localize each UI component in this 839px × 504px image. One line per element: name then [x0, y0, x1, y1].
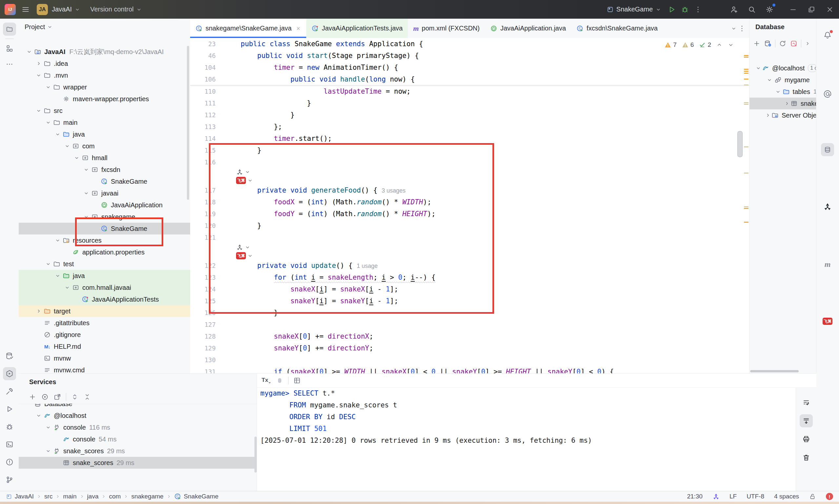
filter-services-icon[interactable] — [41, 393, 49, 401]
soft-wrap-button[interactable] — [800, 396, 813, 409]
database-hscrollbar[interactable] — [750, 370, 799, 372]
collapse-all-icon[interactable] — [83, 393, 91, 401]
chevron-down-icon[interactable] — [82, 214, 90, 220]
indent-setting[interactable]: 4 spaces — [774, 493, 799, 500]
chevron-down-icon[interactable] — [244, 244, 251, 250]
stripe-mark[interactable] — [744, 173, 749, 174]
console-toggle-icon[interactable] — [276, 377, 284, 384]
project-tree-item[interactable]: CSnakeGame — [19, 223, 190, 234]
feisuan-plugin-button[interactable]: 飞算 — [821, 315, 834, 328]
chevron-right-icon[interactable] — [34, 308, 43, 314]
more-toolbar-icon[interactable] — [805, 41, 810, 47]
tool-run-button[interactable] — [3, 402, 16, 416]
code-line-120[interactable]: 120 } — [190, 220, 749, 232]
code-line-112[interactable]: 112 } — [190, 109, 749, 121]
print-button[interactable] — [800, 433, 813, 446]
notifications-button[interactable] — [821, 29, 834, 41]
database-tree-item[interactable]: snake_scores — [750, 97, 817, 109]
chevron-down-icon[interactable] — [774, 89, 782, 95]
services-tree-item[interactable]: @localhost — [19, 410, 257, 421]
project-tree-item[interactable]: .gitattributes — [19, 317, 190, 329]
services-tree-item[interactable]: console116 ms — [19, 421, 257, 433]
chevron-down-icon[interactable] — [44, 448, 52, 454]
code-line-127[interactable]: 127 — [190, 319, 749, 330]
chevron-down-icon[interactable] — [34, 108, 43, 114]
line-separator[interactable]: LF — [730, 493, 737, 500]
editor-tab-3[interactable]: JavaAiApplication.java — [485, 19, 571, 38]
code-line-106[interactable]: 106 public void handle(long now) { — [190, 73, 749, 85]
tab-list-chevron-icon[interactable] — [731, 25, 737, 32]
ai-plugin-icon[interactable] — [236, 244, 243, 251]
chevron-down-icon[interactable] — [247, 178, 253, 183]
project-tree-item[interactable]: javaai — [19, 187, 190, 199]
chevron-down-icon[interactable] — [247, 253, 253, 259]
project-tree-item[interactable]: java — [19, 128, 190, 140]
prev-problem-icon[interactable] — [716, 41, 723, 48]
project-scrollbar[interactable] — [187, 46, 189, 200]
error-notification-badge[interactable]: ! — [826, 493, 833, 500]
scroll-to-end-button[interactable] — [800, 414, 813, 427]
tool-build-button[interactable] — [3, 385, 16, 398]
project-tree-item[interactable]: application.properties — [19, 246, 190, 258]
project-tree-item[interactable]: wrapper — [19, 81, 190, 93]
open-in-new-tab-icon[interactable] — [53, 393, 61, 401]
window-minimize-button[interactable] — [784, 0, 802, 19]
code-line-124[interactable]: 124 snakeX[i] = snakeX[i - 1]; — [190, 283, 749, 295]
lingma-plugin-button[interactable] — [821, 200, 834, 213]
breadcrumb-item[interactable]: snakegame — [131, 493, 163, 500]
chevron-down-icon[interactable] — [34, 413, 43, 418]
project-tree-item[interactable]: maven-wrapper.properties — [19, 93, 190, 105]
project-tree-item[interactable]: CSnakeGame — [19, 176, 190, 187]
vcs-widget[interactable]: Version control — [86, 3, 146, 16]
stripe-mark[interactable] — [744, 55, 749, 56]
project-tree-item[interactable]: fxcsdn — [19, 164, 190, 176]
project-selector[interactable]: JavaAI — [48, 3, 84, 16]
stripe-mark[interactable] — [744, 69, 749, 70]
code-line-125[interactable]: 125 snakeY[i] = snakeY[i - 1]; — [190, 295, 749, 307]
more-actions-icon[interactable] — [691, 3, 705, 16]
code-line-111[interactable]: 111 } — [190, 97, 749, 109]
breadcrumb-item[interactable]: src — [44, 493, 52, 500]
project-avatar[interactable]: JA — [37, 4, 48, 15]
services-tree-scrollbar[interactable] — [254, 436, 257, 472]
project-tree-item[interactable]: snakegame — [19, 211, 190, 223]
caret-position[interactable]: 21:30 — [687, 493, 703, 500]
chevron-down-icon[interactable] — [244, 169, 251, 175]
add-service-icon[interactable] — [29, 393, 36, 401]
code-line-114[interactable]: 114 timer.start(); — [190, 133, 749, 144]
code-line-46[interactable]: 46 public void start(Stage primaryStage)… — [190, 50, 749, 61]
tool-more-button[interactable] — [3, 58, 16, 71]
chevron-down-icon[interactable] — [63, 143, 71, 149]
datasource-settings-icon[interactable] — [764, 40, 772, 48]
code-line-104[interactable]: 104 timer = new AnimationTimer() { — [190, 61, 749, 73]
database-tool-button[interactable] — [821, 143, 834, 156]
error-stripe[interactable] — [743, 38, 749, 373]
expand-all-icon[interactable] — [71, 393, 79, 401]
database-tree-item[interactable]: Server Objects — [750, 109, 817, 121]
breadcrumb-item[interactable]: main — [63, 493, 76, 500]
project-tree-item[interactable]: .idea — [19, 58, 190, 69]
code-line-115[interactable]: 115 } — [190, 144, 749, 156]
stripe-mark[interactable] — [744, 104, 749, 105]
services-tree-item[interactable]: snake_scores29 ms — [19, 445, 257, 457]
stripe-mark[interactable] — [744, 208, 749, 209]
tx-mode-button[interactable]: Tx⌄ — [262, 377, 271, 384]
project-tree-item[interactable]: JavaAiApplication — [19, 199, 190, 211]
stripe-mark[interactable] — [744, 57, 749, 58]
inspection-ok[interactable]: 2 — [699, 41, 711, 49]
disconnect-icon[interactable] — [790, 40, 798, 48]
code-line-121[interactable]: 121 — [190, 232, 749, 243]
tool-debug-button[interactable] — [3, 420, 16, 433]
project-tree-item[interactable]: JavaAIF:\云岚到家\mq-demo-v2\JavaAI — [19, 46, 190, 58]
breadcrumb-item[interactable]: SnakeGame — [184, 493, 219, 500]
project-tree-item[interactable]: .mvn — [19, 69, 190, 81]
project-tree-item[interactable]: com.hmall.javaai — [19, 282, 190, 293]
chevron-right-icon[interactable] — [784, 101, 790, 106]
database-tree-item[interactable]: @localhost1 of — [750, 62, 817, 74]
search-icon[interactable] — [745, 3, 758, 16]
project-tree-item[interactable]: test — [19, 258, 190, 270]
inspection-weak-warnings[interactable]: 6 — [682, 41, 694, 49]
tool-terminal-button[interactable] — [3, 438, 16, 451]
chevron-down-icon[interactable] — [765, 77, 774, 83]
plugin-swirl-icon[interactable] — [713, 493, 720, 500]
